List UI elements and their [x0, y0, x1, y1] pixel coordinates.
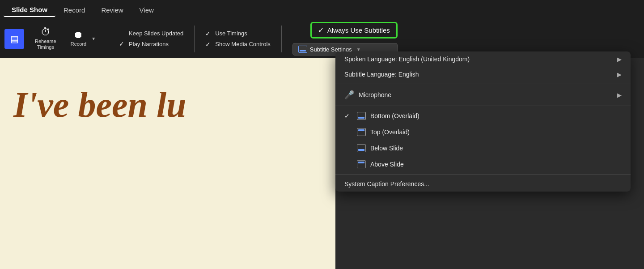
- record-label: Record: [71, 41, 86, 47]
- divider-1: [108, 26, 108, 52]
- record-icon: ⏺: [73, 30, 83, 40]
- slide-text: I've been lu: [0, 58, 335, 151]
- rehearse-timings-button[interactable]: ⏱ RehearseTimings: [31, 26, 60, 52]
- position-top-icon: [357, 128, 366, 136]
- subtitle-language-label: Subtitle Language: English: [344, 71, 419, 78]
- spoken-language-chevron: ▶: [617, 56, 622, 63]
- subtitle-language-item[interactable]: Subtitle Language: English ▶: [335, 67, 631, 82]
- play-narrations-check[interactable]: ✓ Play Narrations: [119, 40, 183, 47]
- tab-view[interactable]: View: [131, 4, 162, 17]
- subtitle-settings-icon: [298, 46, 307, 53]
- play-narrations-label: Play Narrations: [129, 41, 169, 47]
- check-group-right: ✓ Use Timings ✓ Show Media Controls: [205, 30, 271, 48]
- rehearse-timings-label: RehearseTimings: [35, 38, 56, 50]
- subtitle-language-chevron: ▶: [617, 71, 622, 78]
- position-below-label: Below Slide: [370, 145, 403, 152]
- divider-3: [281, 26, 282, 52]
- microphone-left: 🎤 Microphone: [344, 90, 391, 100]
- ribbon: Slide Show Record Review View ▤ ⏱ Rehear…: [0, 0, 644, 58]
- position-above-label: Above Slide: [370, 161, 404, 168]
- position-below-item[interactable]: Below Slide: [335, 140, 631, 156]
- microphone-chevron: ▶: [617, 92, 622, 98]
- microphone-label: Microphone: [359, 91, 391, 98]
- separator-3: [335, 174, 631, 175]
- spoken-language-label: Spoken Language: English (United Kingdom…: [344, 56, 470, 63]
- slide-canvas: I've been lu: [0, 58, 335, 269]
- divider-2: [194, 26, 195, 52]
- system-caption-left: System Caption Preferences...: [344, 180, 429, 188]
- subtitle-dropdown-menu: Spoken Language: English (United Kingdom…: [335, 51, 631, 192]
- use-timings-checkmark: ✓: [205, 30, 212, 37]
- use-timings-label: Use Timings: [215, 30, 247, 37]
- microphone-icon: 🎤: [344, 90, 354, 100]
- position-top-left: Top (Overlaid): [344, 128, 410, 136]
- clock-icon: ⏱: [41, 27, 51, 37]
- keep-slides-updated-check[interactable]: Keep Slides Updated: [119, 30, 183, 37]
- position-top-label: Top (Overlaid): [370, 128, 410, 136]
- separator-2: [335, 106, 631, 106]
- system-caption-label: System Caption Preferences...: [344, 180, 429, 188]
- tab-record[interactable]: Record: [55, 4, 93, 17]
- position-top-item[interactable]: Top (Overlaid): [335, 124, 631, 140]
- record-dropdown-arrow[interactable]: ▼: [90, 36, 97, 41]
- always-use-subtitles-label: Always Use Subtitles: [327, 26, 390, 34]
- position-bottom-label: Bottom (Overlaid): [370, 112, 419, 120]
- subtitle-section: ✓ Always Use Subtitles Subtitle Settings…: [292, 22, 398, 56]
- position-bottom-item[interactable]: ✓ Bottom (Overlaid): [335, 108, 631, 124]
- position-bottom-left: ✓ Bottom (Overlaid): [344, 112, 419, 120]
- position-above-item[interactable]: Above Slide: [335, 156, 631, 172]
- record-button-group: ⏺ Record ▼: [67, 28, 97, 49]
- system-caption-item[interactable]: System Caption Preferences...: [335, 176, 631, 192]
- subtitle-settings-arrow: ▼: [356, 47, 361, 52]
- position-above-left: Above Slide: [344, 160, 404, 168]
- separator-1: [335, 84, 631, 84]
- show-media-checkmark: ✓: [205, 41, 212, 48]
- tab-bar: Slide Show Record Review View: [0, 0, 644, 20]
- position-below-icon: [357, 144, 366, 152]
- use-timings-check[interactable]: ✓ Use Timings: [205, 30, 271, 37]
- position-bottom-icon: [357, 112, 366, 120]
- play-narrations-checkmark: ✓: [119, 40, 126, 47]
- check-group-left: Keep Slides Updated ✓ Play Narrations: [119, 30, 183, 47]
- microphone-item[interactable]: 🎤 Microphone ▶: [335, 86, 631, 104]
- always-use-subtitles-button[interactable]: ✓ Always Use Subtitles: [310, 22, 398, 38]
- position-above-icon: [357, 160, 366, 168]
- subtitles-checkmark: ✓: [318, 26, 324, 34]
- show-media-label: Show Media Controls: [215, 41, 271, 47]
- panel-icon: ▤: [4, 29, 24, 49]
- record-button[interactable]: ⏺ Record: [67, 28, 90, 49]
- spoken-language-left: Spoken Language: English (United Kingdom…: [344, 56, 470, 63]
- subtitle-language-left: Subtitle Language: English: [344, 71, 419, 78]
- position-below-left: Below Slide: [344, 144, 403, 152]
- show-media-controls-check[interactable]: ✓ Show Media Controls: [205, 41, 271, 48]
- position-bottom-checkmark: ✓: [344, 112, 352, 120]
- keep-slides-label: Keep Slides Updated: [129, 30, 183, 37]
- spoken-language-item[interactable]: Spoken Language: English (United Kingdom…: [335, 51, 631, 67]
- tab-review[interactable]: Review: [93, 4, 131, 17]
- tab-slideshow[interactable]: Slide Show: [4, 3, 55, 17]
